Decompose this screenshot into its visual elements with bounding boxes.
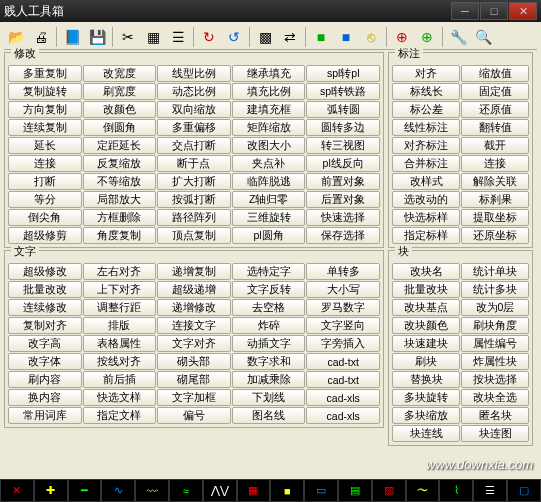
cmd-button[interactable]: 顶点复制: [157, 227, 231, 244]
cmd-button[interactable]: 动插文字: [232, 335, 306, 352]
cmd-button[interactable]: 加减乘除: [232, 371, 306, 388]
cmd-button[interactable]: 改块颜色: [392, 317, 460, 334]
cmd-button[interactable]: 刷块: [392, 353, 460, 370]
cmd-button[interactable]: 去空格: [232, 299, 306, 316]
cmd-button[interactable]: 断于点: [157, 155, 231, 172]
wave2-icon[interactable]: 〰: [135, 479, 169, 502]
cmd-button[interactable]: 批量改块: [392, 281, 460, 298]
cmd-button[interactable]: cad-txt: [306, 371, 380, 388]
cmd-button[interactable]: 下划线: [232, 389, 306, 406]
wave3-icon[interactable]: ≈: [169, 479, 203, 502]
cmd-button[interactable]: 快选文样: [83, 389, 157, 406]
cmd-button[interactable]: 快选标样: [392, 209, 460, 226]
cmd-button[interactable]: 按块选择: [461, 371, 529, 388]
cmd-button[interactable]: 连接: [461, 155, 529, 172]
cmd-button[interactable]: 数字求和: [232, 353, 306, 370]
cmd-button[interactable]: 夹点补: [232, 155, 306, 172]
zigzag-icon[interactable]: ⌇: [439, 479, 473, 502]
cmd-button[interactable]: 按线对齐: [83, 353, 157, 370]
cmd-button[interactable]: 块速建块: [392, 335, 460, 352]
cmd-button[interactable]: 还原值: [461, 101, 529, 118]
cmd-button[interactable]: 多重复制: [8, 65, 82, 82]
cmd-button[interactable]: 偏号: [157, 407, 231, 424]
cmd-button[interactable]: 改块全选: [461, 389, 529, 406]
cmd-button[interactable]: 标线长: [392, 83, 460, 100]
rect-icon[interactable]: ▭: [304, 479, 338, 502]
cut-icon[interactable]: ✂: [116, 26, 140, 48]
minimize-button[interactable]: ─: [451, 2, 479, 20]
saw-icon[interactable]: ⋀⋁: [203, 479, 237, 502]
cmd-button[interactable]: cad-xls: [306, 407, 380, 424]
cmd-button[interactable]: 指定文样: [83, 407, 157, 424]
cmd-button[interactable]: 填充比例: [232, 83, 306, 100]
cross-icon[interactable]: ✕: [0, 479, 34, 502]
grid-color-icon[interactable]: ▩: [253, 26, 277, 48]
cmd-button[interactable]: 超级修剪: [8, 227, 82, 244]
cmd-button[interactable]: 矩阵缩放: [232, 119, 306, 136]
cmd-button[interactable]: 解除关联: [461, 173, 529, 190]
wrench-icon[interactable]: 🔧: [446, 26, 470, 48]
cmd-button[interactable]: 换内容: [8, 389, 82, 406]
cmd-button[interactable]: 延长: [8, 137, 82, 154]
cmd-button[interactable]: Z轴归零: [232, 191, 306, 208]
cmd-button[interactable]: 匿名块: [461, 407, 529, 424]
cmd-button[interactable]: pl线反向: [306, 155, 380, 172]
green-square-icon[interactable]: ■: [309, 26, 333, 48]
cmd-button[interactable]: 块连图: [461, 425, 529, 442]
cmd-button[interactable]: 单转多: [306, 263, 380, 280]
cmd-button[interactable]: 后置对象: [306, 191, 380, 208]
close-button[interactable]: ✕: [509, 2, 537, 20]
cmd-button[interactable]: 扩大打断: [157, 173, 231, 190]
box-icon[interactable]: ■: [270, 479, 304, 502]
cmd-button[interactable]: 改块名: [392, 263, 460, 280]
cmd-button[interactable]: 多块旋转: [392, 389, 460, 406]
cmd-button[interactable]: 统计多块: [461, 281, 529, 298]
refresh-blue-icon[interactable]: ↺: [222, 26, 246, 48]
cmd-button[interactable]: 局部放大: [83, 191, 157, 208]
refresh-red-icon[interactable]: ↻: [197, 26, 221, 48]
cmd-button[interactable]: 双向缩放: [157, 101, 231, 118]
cmd-button[interactable]: 文字加框: [157, 389, 231, 406]
cmd-button[interactable]: 块连线: [392, 425, 460, 442]
cmd-button[interactable]: 选特定字: [232, 263, 306, 280]
folder-open-icon[interactable]: 📂: [4, 26, 28, 48]
ladder-icon[interactable]: ☰: [473, 479, 507, 502]
floppy-icon[interactable]: 💾: [85, 26, 109, 48]
cmd-button[interactable]: 倒尖角: [8, 209, 82, 226]
line-icon[interactable]: ━: [68, 479, 102, 502]
print-icon[interactable]: 🖨: [29, 26, 53, 48]
cmd-button[interactable]: 交点打断: [157, 137, 231, 154]
cmd-button[interactable]: 改块基点: [392, 299, 460, 316]
square-icon[interactable]: ▢: [507, 479, 541, 502]
cmd-button[interactable]: 调整行距: [83, 299, 157, 316]
cmd-button[interactable]: 三维旋转: [232, 209, 306, 226]
blue-square-icon[interactable]: ■: [334, 26, 358, 48]
cmd-button[interactable]: 不等缩放: [83, 173, 157, 190]
cmd-button[interactable]: 复制对齐: [8, 317, 82, 334]
cmd-button[interactable]: 固定值: [461, 83, 529, 100]
cmd-button[interactable]: 刷块角度: [461, 317, 529, 334]
cmd-button[interactable]: 表格属性: [83, 335, 157, 352]
cmd-button[interactable]: 刷宽度: [83, 83, 157, 100]
cmd-button[interactable]: 炸属性块: [461, 353, 529, 370]
cmd-button[interactable]: 线性标注: [392, 119, 460, 136]
cmd-button[interactable]: 文字竖向: [306, 317, 380, 334]
cmd-button[interactable]: 连续修改: [8, 299, 82, 316]
cmd-button[interactable]: 连接: [8, 155, 82, 172]
cmd-button[interactable]: 对齐标注: [392, 137, 460, 154]
cmd-button[interactable]: 反复缩放: [83, 155, 157, 172]
cmd-button[interactable]: 按弧打断: [157, 191, 231, 208]
cmd-button[interactable]: 建填充框: [232, 101, 306, 118]
cmd-button[interactable]: 改字高: [8, 335, 82, 352]
cmd-button[interactable]: 合并标注: [392, 155, 460, 172]
cmd-button[interactable]: spl转铁路: [306, 83, 380, 100]
cmd-button[interactable]: 统计单块: [461, 263, 529, 280]
cmd-button[interactable]: 改宽度: [83, 65, 157, 82]
cmd-button[interactable]: 方框删除: [83, 209, 157, 226]
cmd-button[interactable]: 缩放值: [461, 65, 529, 82]
cmd-button[interactable]: cad-xls: [306, 389, 380, 406]
cmd-button[interactable]: 保存选择: [306, 227, 380, 244]
yellow-exit-icon[interactable]: ⎋: [359, 26, 383, 48]
cmd-button[interactable]: 等分: [8, 191, 82, 208]
cmd-button[interactable]: 常用词库: [8, 407, 82, 424]
